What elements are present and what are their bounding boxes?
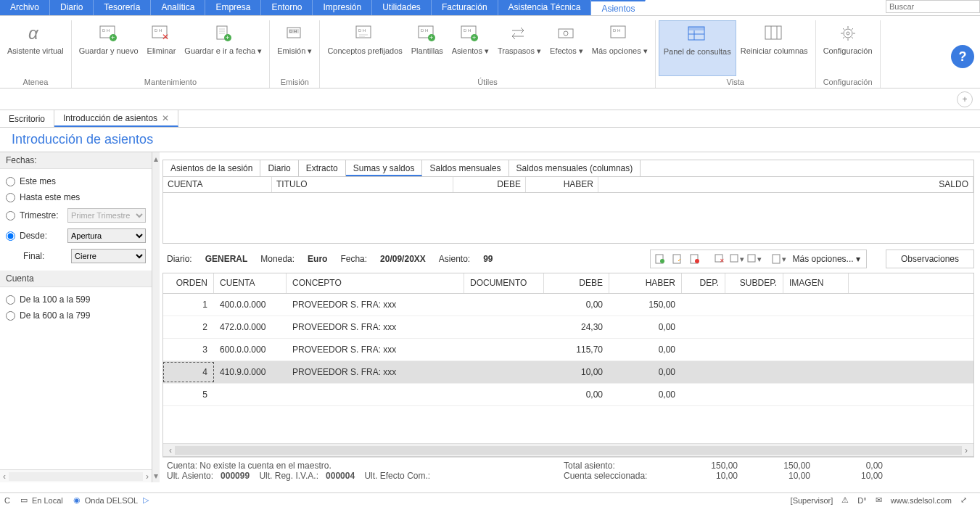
cell-orden[interactable]: 4 xyxy=(163,362,214,382)
tb-grid-dd2[interactable]: ▾ xyxy=(746,252,762,266)
scroll-left-icon[interactable]: ‹ xyxy=(3,471,6,482)
left-hscroll[interactable]: ‹› xyxy=(0,469,152,482)
table-row[interactable]: 1400.0.0.000PROVEEDOR S. FRA: xxx0,00150… xyxy=(163,294,973,316)
cell-debe[interactable]: 24,30 xyxy=(544,318,609,337)
qtab-asientos-sesion[interactable]: Asientos de la sesión xyxy=(163,160,260,176)
table-row[interactable]: 3600.0.0.000PROVEEDOR S. FRA: xxx115,700… xyxy=(163,339,973,361)
eliminar-button[interactable]: D H✕ Eliminar xyxy=(143,20,181,76)
query-grid-body[interactable] xyxy=(162,193,974,244)
table-row[interactable]: 2472.0.0.000PROVEEDOR S. FRA: xxx24,300,… xyxy=(163,316,973,339)
scroll-right-icon[interactable]: › xyxy=(146,471,149,482)
asiento-value[interactable]: 99 xyxy=(483,254,493,264)
qtab-extracto[interactable]: Extracto xyxy=(299,160,346,176)
col-cuenta[interactable]: CUENTA xyxy=(214,273,287,293)
cell-cuenta[interactable]: 410.9.0.000 xyxy=(214,363,287,382)
status-c[interactable]: C xyxy=(4,496,10,505)
status-url[interactable]: www.sdelsol.com xyxy=(891,496,952,505)
cell-cuenta[interactable]: 600.0.0.000 xyxy=(214,340,287,359)
tb-grid-del[interactable]: ✕ xyxy=(712,252,728,266)
efectos-button[interactable]: Efectos ▾ xyxy=(545,20,588,76)
close-icon[interactable]: ✕ xyxy=(162,113,169,123)
cell-concepto[interactable]: PROVEEDOR S. FRA: xxx xyxy=(287,295,464,314)
cell-orden[interactable]: 3 xyxy=(163,340,214,359)
cell-dep[interactable] xyxy=(682,390,725,399)
radio-trimestre[interactable] xyxy=(6,211,15,220)
cell-orden[interactable]: 2 xyxy=(163,318,214,337)
cell-subdep[interactable] xyxy=(725,368,783,376)
qtab-saldos-mensuales-col[interactable]: Saldos mensuales (columnas) xyxy=(509,160,641,176)
status-onda[interactable]: ◉Onda DELSOL▷ xyxy=(72,495,151,506)
status-mail-icon[interactable]: ✉ xyxy=(876,495,882,505)
menu-empresa[interactable]: Empresa xyxy=(205,0,261,15)
status-warn-icon[interactable]: ⚠ xyxy=(841,495,849,505)
qtab-saldos-mensuales[interactable]: Saldos mensuales xyxy=(422,160,508,176)
more-options-dd[interactable]: Más opciones... ▾ xyxy=(788,254,865,264)
trimestre-select[interactable]: Primer Trimestre xyxy=(67,208,146,223)
cell-documento[interactable] xyxy=(464,368,544,376)
qtab-sumas-saldos[interactable]: Sumas y saldos xyxy=(346,160,423,176)
cell-dep[interactable] xyxy=(682,368,725,376)
cell-imagen[interactable] xyxy=(783,323,849,331)
entries-hscroll[interactable]: ‹› xyxy=(163,443,973,456)
status-expand-icon[interactable]: ⤢ xyxy=(960,495,967,505)
radio-desde[interactable] xyxy=(6,231,15,241)
cell-haber[interactable]: 0,00 xyxy=(609,318,682,337)
tb-doc-remove[interactable] xyxy=(687,252,703,266)
cell-concepto[interactable] xyxy=(287,390,464,399)
tb-export[interactable]: ▾ xyxy=(771,252,787,266)
menu-utilidades[interactable]: Utilidades xyxy=(372,0,432,15)
cell-debe[interactable]: 115,70 xyxy=(544,340,609,359)
table-row[interactable]: 50,000,00 xyxy=(163,384,973,406)
table-row[interactable]: 4410.9.0.000PROVEEDOR S. FRA: xxx10,000,… xyxy=(163,361,973,384)
cell-imagen[interactable] xyxy=(783,345,849,354)
scroll-right-icon[interactable]: › xyxy=(965,445,968,456)
radio-cuenta-600[interactable] xyxy=(6,311,15,321)
cell-concepto[interactable]: PROVEEDOR S. FRA: xxx xyxy=(287,363,464,382)
fecha-value[interactable]: 20/09/20XX xyxy=(380,254,426,264)
menu-diario[interactable]: Diario xyxy=(50,0,94,15)
reiniciar-columnas-button[interactable]: Reiniciar columnas xyxy=(736,20,812,76)
tab-escritorio[interactable]: Escritorio xyxy=(0,110,54,127)
menu-archivo[interactable]: Archivo xyxy=(0,0,50,15)
menu-tesoreria[interactable]: Tesorería xyxy=(94,0,151,15)
mas-opciones-button[interactable]: D H Más opciones ▾ xyxy=(588,20,652,76)
cell-debe[interactable]: 0,00 xyxy=(544,295,609,314)
asientos-dd-button[interactable]: D H+ Asientos ▾ xyxy=(448,20,493,76)
cell-debe[interactable]: 10,00 xyxy=(544,363,609,382)
play-icon[interactable]: ▷ xyxy=(141,495,151,506)
search-input[interactable] xyxy=(886,0,980,13)
cell-documento[interactable] xyxy=(464,300,544,309)
configuracion-button[interactable]: Configuración xyxy=(819,20,877,76)
menu-asientos[interactable]: Asientos xyxy=(591,0,646,15)
col-imagen[interactable]: IMAGEN xyxy=(783,273,849,293)
tb-doc-edit[interactable] xyxy=(670,252,685,266)
radio-cuenta-100[interactable] xyxy=(6,295,15,305)
col-concepto[interactable]: CONCEPTO xyxy=(287,273,464,293)
cell-cuenta[interactable] xyxy=(214,390,287,399)
tb-grid-dd1[interactable]: ▾ xyxy=(729,252,745,266)
cell-orden[interactable]: 1 xyxy=(163,295,214,314)
menu-analitica[interactable]: Analítica xyxy=(151,0,205,15)
cell-documento[interactable] xyxy=(464,345,544,354)
cell-dep[interactable] xyxy=(682,323,725,331)
cell-haber[interactable]: 150,00 xyxy=(609,295,682,314)
col-debe[interactable]: DEBE xyxy=(544,273,609,293)
final-select[interactable]: Cierre xyxy=(71,249,146,263)
asistente-virtual-button[interactable]: α Asistente virtual xyxy=(3,20,68,76)
col-dep[interactable]: DEP. xyxy=(682,273,725,293)
cell-subdep[interactable] xyxy=(725,300,783,309)
radio-este-mes[interactable] xyxy=(6,177,15,186)
cell-concepto[interactable]: PROVEEDOR S. FRA: xxx xyxy=(287,318,464,337)
cell-subdep[interactable] xyxy=(725,323,783,331)
plantillas-button[interactable]: D H+ Plantillas xyxy=(407,20,448,76)
radio-hasta-mes[interactable] xyxy=(6,193,15,202)
cell-imagen[interactable] xyxy=(783,390,849,399)
scroll-left-icon[interactable]: ‹ xyxy=(169,445,172,456)
emision-button[interactable]: D H Emisión ▾ xyxy=(273,20,316,76)
cell-haber[interactable]: 0,00 xyxy=(609,340,682,359)
cell-imagen[interactable] xyxy=(783,300,849,309)
cell-imagen[interactable] xyxy=(783,368,849,376)
help-button[interactable]: ? xyxy=(951,45,974,68)
splitter[interactable]: ▴▾ xyxy=(152,152,160,482)
panel-consultas-button[interactable]: Panel de consultas xyxy=(659,20,736,76)
